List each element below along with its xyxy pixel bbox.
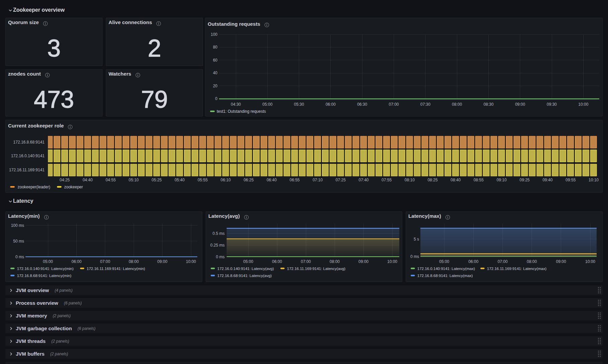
svg-text:10:10: 10:10 bbox=[589, 178, 599, 182]
svg-text:80: 80 bbox=[213, 45, 218, 50]
svg-text:09:00: 09:00 bbox=[358, 259, 368, 264]
svg-text:100 ms: 100 ms bbox=[11, 223, 24, 228]
svg-text:09:00: 09:00 bbox=[157, 259, 167, 264]
svg-text:08:55: 08:55 bbox=[474, 178, 484, 182]
svg-text:10:00: 10:00 bbox=[186, 259, 196, 264]
svg-text:172.16.11.169:9141: Latency(av: 172.16.11.169:9141: Latency(avg) bbox=[287, 267, 346, 271]
svg-text:10:00: 10:00 bbox=[387, 259, 397, 264]
svg-text:172.16.0.140:9141: 172.16.0.140:9141 bbox=[11, 154, 45, 158]
svg-text:08:00: 08:00 bbox=[527, 259, 537, 264]
svg-text:172.16.0.140:9141: Latency(max: 172.16.0.140:9141: Latency(max) bbox=[417, 267, 475, 271]
svg-text:0 ms: 0 ms bbox=[15, 255, 24, 259]
svg-text:08:10: 08:10 bbox=[405, 178, 415, 182]
svg-text:05:00: 05:00 bbox=[243, 259, 253, 264]
svg-text:09:10: 09:10 bbox=[496, 178, 506, 182]
svg-text:172.16.8.68:9141: Latency(min): 172.16.8.68:9141: Latency(min) bbox=[17, 274, 72, 278]
svg-text:06:10: 06:10 bbox=[221, 178, 231, 182]
svg-text:06:30: 06:30 bbox=[357, 102, 367, 107]
svg-text:07:30: 07:30 bbox=[420, 102, 430, 107]
svg-text:172.16.0.140:9141: Latency(avg: 172.16.0.140:9141: Latency(avg) bbox=[217, 267, 274, 271]
svg-text:08:00: 08:00 bbox=[129, 259, 139, 264]
svg-text:test1: Outstanding requests: test1: Outstanding requests bbox=[217, 109, 266, 114]
svg-text:09:30: 09:30 bbox=[547, 102, 557, 107]
svg-text:0 ms: 0 ms bbox=[216, 255, 224, 259]
svg-text:08:00: 08:00 bbox=[330, 259, 340, 264]
svg-text:5 s: 5 s bbox=[414, 237, 419, 242]
svg-text:04:25: 04:25 bbox=[60, 178, 70, 182]
svg-text:06:00: 06:00 bbox=[71, 259, 81, 264]
svg-text:40: 40 bbox=[213, 71, 218, 75]
svg-text:04:55: 04:55 bbox=[106, 178, 116, 182]
svg-text:0.5 ms: 0.5 ms bbox=[212, 231, 224, 236]
svg-text:05:00: 05:00 bbox=[262, 102, 272, 107]
svg-text:07:25: 07:25 bbox=[336, 178, 346, 182]
svg-text:05:10: 05:10 bbox=[129, 178, 139, 182]
svg-text:0 ms: 0 ms bbox=[410, 254, 419, 259]
svg-text:05:00: 05:00 bbox=[439, 259, 449, 264]
svg-text:08:25: 08:25 bbox=[427, 178, 437, 182]
svg-text:07:00: 07:00 bbox=[389, 102, 399, 107]
svg-text:09:40: 09:40 bbox=[543, 178, 553, 182]
svg-text:08:00: 08:00 bbox=[452, 102, 462, 107]
svg-text:50 ms: 50 ms bbox=[13, 239, 24, 244]
svg-text:04:30: 04:30 bbox=[231, 102, 241, 107]
svg-text:05:55: 05:55 bbox=[198, 178, 208, 182]
svg-text:172.16.8.68:9141: 172.16.8.68:9141 bbox=[13, 140, 45, 145]
svg-text:08:30: 08:30 bbox=[483, 102, 493, 107]
svg-text:06:00: 06:00 bbox=[272, 259, 282, 264]
svg-text:100: 100 bbox=[211, 32, 217, 37]
svg-text:60: 60 bbox=[213, 58, 218, 63]
svg-text:06:00: 06:00 bbox=[326, 102, 336, 107]
svg-text:07:00: 07:00 bbox=[301, 259, 311, 264]
svg-text:10:00: 10:00 bbox=[578, 102, 588, 107]
svg-text:20: 20 bbox=[213, 84, 218, 88]
svg-text:172.16.8.68:9141: Latency(max): 172.16.8.68:9141: Latency(max) bbox=[417, 274, 473, 278]
svg-text:10:00: 10:00 bbox=[585, 259, 595, 264]
svg-text:0: 0 bbox=[215, 96, 217, 101]
svg-text:172.16.8.68:9141: Latency(avg): 172.16.8.68:9141: Latency(avg) bbox=[217, 274, 272, 278]
svg-text:09:00: 09:00 bbox=[515, 102, 525, 107]
svg-text:09:25: 09:25 bbox=[520, 178, 530, 182]
svg-text:06:40: 06:40 bbox=[267, 178, 277, 182]
svg-text:zookeeper: zookeeper bbox=[64, 185, 83, 189]
svg-text:172.16.0.140:9141: Latency(min: 172.16.0.140:9141: Latency(min) bbox=[17, 267, 74, 271]
svg-text:07:40: 07:40 bbox=[358, 178, 368, 182]
svg-text:06:00: 06:00 bbox=[468, 259, 478, 264]
svg-text:07:10: 07:10 bbox=[313, 178, 323, 182]
svg-text:04:40: 04:40 bbox=[83, 178, 93, 182]
svg-text:05:25: 05:25 bbox=[152, 178, 162, 182]
svg-text:0.25 ms: 0.25 ms bbox=[210, 243, 225, 248]
svg-text:172.16.11.169:9141: Latency(mi: 172.16.11.169:9141: Latency(min) bbox=[87, 267, 145, 271]
svg-text:172.16.11.169:9141: Latency(ma: 172.16.11.169:9141: Latency(max) bbox=[487, 267, 547, 271]
svg-text:06:55: 06:55 bbox=[289, 178, 299, 182]
svg-text:09:00: 09:00 bbox=[556, 259, 566, 264]
svg-text:05:30: 05:30 bbox=[294, 102, 304, 107]
svg-text:172.16.11.169:9141: 172.16.11.169:9141 bbox=[9, 168, 45, 172]
svg-text:06:25: 06:25 bbox=[244, 178, 254, 182]
svg-text:05:40: 05:40 bbox=[175, 178, 185, 182]
svg-text:08:40: 08:40 bbox=[451, 178, 461, 182]
svg-text:07:00: 07:00 bbox=[100, 259, 110, 264]
svg-text:07:55: 07:55 bbox=[382, 178, 392, 182]
svg-text:zookeeper(leader): zookeeper(leader) bbox=[18, 185, 50, 189]
svg-text:07:00: 07:00 bbox=[497, 259, 508, 264]
svg-text:09:55: 09:55 bbox=[565, 178, 576, 182]
svg-text:05:00: 05:00 bbox=[43, 259, 53, 264]
